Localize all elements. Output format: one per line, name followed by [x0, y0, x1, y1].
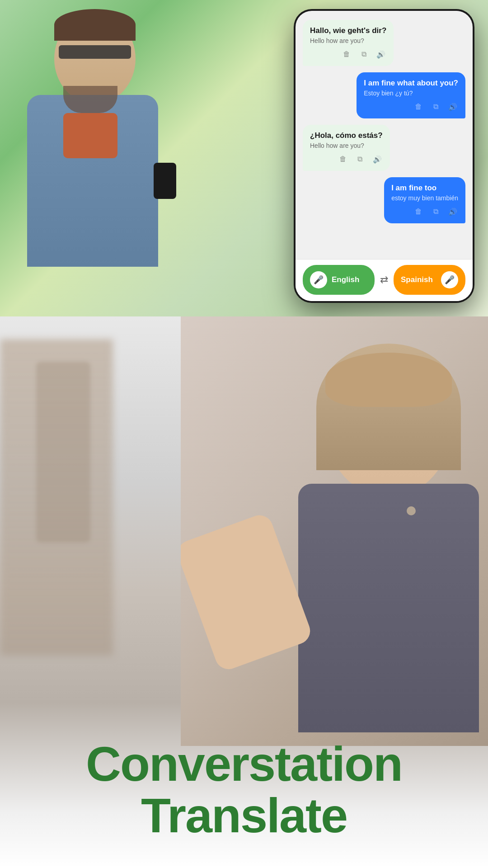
- spanish-language-label: Spainish: [401, 275, 433, 284]
- message-sub-text-3: Hello how are you?: [310, 142, 383, 149]
- bg-blur-shapes: [36, 362, 90, 542]
- speak-icon-1[interactable]: 🔊: [375, 49, 386, 60]
- speak-icon-3[interactable]: 🔊: [372, 154, 383, 165]
- message-bubble-1: Hallo, wie geht's dir? Hello how are you…: [303, 20, 394, 66]
- delete-icon-2[interactable]: 🗑: [413, 101, 424, 112]
- english-mic-circle: 🎤: [310, 271, 327, 288]
- message-main-text-2: I am fine what about you?: [364, 79, 458, 88]
- delete-icon-4[interactable]: 🗑: [413, 206, 424, 217]
- woman-photo-area: [181, 316, 488, 746]
- message-bubble-4: I am fine too estoy muy bien también 🗑 ⧉…: [384, 177, 465, 223]
- message-main-text-1: Hallo, wie geht's dir?: [310, 26, 386, 35]
- copy-icon-4[interactable]: ⧉: [430, 206, 441, 217]
- english-language-label: English: [332, 275, 359, 284]
- hero-title-line2: Translate: [27, 790, 461, 841]
- speak-icon-4[interactable]: 🔊: [447, 206, 458, 217]
- message-sub-text-1: Hello how are you?: [310, 37, 386, 44]
- spanish-mic-icon: 🎤: [445, 275, 455, 285]
- hero-title-line1: Converstation: [27, 738, 461, 789]
- message-main-text-3: ¿Hola, cómo estás?: [310, 131, 383, 140]
- message-main-text-4: I am fine too: [391, 184, 458, 193]
- delete-icon-3[interactable]: 🗑: [338, 154, 348, 165]
- hero-title-area: Converstation Translate: [0, 738, 488, 841]
- message-bubble-2: I am fine what about you? Estoy bien ¿y …: [357, 72, 465, 118]
- bubble-actions-4: 🗑 ⧉ 🔊: [391, 206, 458, 217]
- english-language-button[interactable]: 🎤 English: [303, 265, 375, 295]
- speak-icon-2[interactable]: 🔊: [447, 101, 458, 112]
- chat-area: Hallo, wie geht's dir? Hello how are you…: [296, 11, 473, 259]
- spanish-mic-circle: 🎤: [441, 271, 458, 288]
- copy-icon-2[interactable]: ⧉: [430, 101, 441, 112]
- phone-screen: Hallo, wie geht's dir? Hello how are you…: [296, 11, 473, 301]
- copy-icon-1[interactable]: ⧉: [358, 49, 369, 60]
- bubble-actions-1: 🗑 ⧉ 🔊: [310, 49, 386, 60]
- spanish-language-button[interactable]: Spainish 🎤: [394, 265, 465, 295]
- bubble-actions-3: 🗑 ⧉ 🔊: [310, 154, 383, 165]
- message-bubble-3: ¿Hola, cómo estás? Hello how are you? 🗑 …: [303, 125, 390, 171]
- swap-languages-icon[interactable]: ⇄: [380, 274, 388, 286]
- copy-icon-3[interactable]: ⧉: [355, 154, 366, 165]
- bubble-actions-2: 🗑 ⧉ 🔊: [364, 101, 458, 112]
- english-mic-icon: 🎤: [314, 275, 324, 285]
- delete-icon-1[interactable]: 🗑: [341, 49, 352, 60]
- message-sub-text-2: Estoy bien ¿y tú?: [364, 90, 458, 97]
- language-bar: 🎤 English ⇄ Spainish 🎤: [296, 259, 473, 301]
- top-section: Hallo, wie geht's dir? Hello how are you…: [0, 0, 488, 316]
- message-sub-text-4: estoy muy bien también: [391, 194, 458, 202]
- phone-device: Hallo, wie geht's dir? Hello how are you…: [294, 9, 474, 303]
- bottom-section: Converstation Translate: [0, 316, 488, 868]
